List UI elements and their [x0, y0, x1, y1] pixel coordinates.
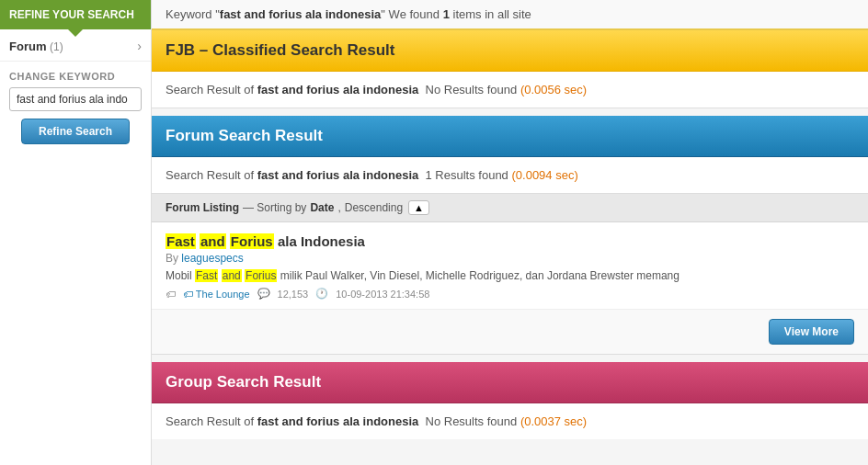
fjb-keyword: fast and forius ala indonesia: [257, 83, 419, 96]
group-result-prefix: Search Result of: [166, 414, 254, 428]
desc-fast: Fast: [195, 269, 218, 282]
time-icon: 🕐: [315, 288, 328, 300]
tag-icon: 🏷: [166, 289, 176, 300]
fjb-time: (0.0056 sec): [520, 83, 587, 96]
forum-keyword: fast and forius ala indonesia: [257, 168, 419, 182]
view-more-button[interactable]: View More: [769, 319, 854, 345]
sidebar-forum-count: (1): [50, 40, 63, 53]
fjb-title: FJB – Classified Search Result: [166, 41, 394, 59]
forum-result-meta: 🏷 The Lounge 💬 12,153 🕐 10-09-2013 21:34…: [166, 288, 854, 300]
forum-result-desc: Mobil Fast and Forius milik Paul Walker,…: [166, 269, 854, 282]
forum-header: Forum Search Result: [152, 116, 868, 157]
sidebar-forum-label: Forum: [9, 40, 46, 53]
forum-sorting-text: — Sorting by: [243, 201, 306, 214]
topbar-keyword-label: Keyword: [166, 7, 212, 21]
sort-toggle-button[interactable]: ▲: [408, 200, 429, 215]
fjb-result-text: No Results found: [426, 83, 518, 96]
top-bar: Keyword "fast and forius ala indonesia" …: [152, 0, 868, 30]
topbar-keyword-value: fast and forius ala indonesia: [220, 7, 382, 21]
title-and: and: [200, 233, 226, 249]
author-link[interactable]: leaguespecs: [181, 252, 243, 265]
forum-listing-bar: Forum Listing — Sorting by Date, Descend…: [152, 194, 868, 222]
group-result-text: No Results found: [426, 414, 518, 428]
forum-datetime: 10-09-2013 21:34:58: [336, 289, 429, 300]
desc-and: and: [222, 269, 242, 282]
forum-comments: 12,153: [278, 289, 309, 300]
desc-mobil: Mobil: [166, 269, 192, 282]
title-fast: Fast: [166, 233, 196, 249]
topbar-result-count: 1: [443, 7, 450, 21]
forum-time: (0.0094 sec): [511, 168, 577, 182]
group-body: Search Result of fast and forius ala ind…: [152, 403, 868, 439]
sidebar: REFINE YOUR SEARCH Forum (1) › CHANGE KE…: [0, 0, 152, 465]
title-indonesia: Indonesia: [301, 233, 365, 249]
forum-section: Forum Search Result Search Result of fas…: [152, 116, 868, 355]
group-header: Group Search Result: [152, 362, 868, 403]
forum-sort-field: Date: [310, 201, 334, 214]
fjb-body: Search Result of fast and forius ala ind…: [152, 72, 868, 108]
group-title: Group Search Result: [166, 373, 321, 391]
fjb-section: FJB – Classified Search Result Search Re…: [152, 30, 868, 108]
forum-listing-label: Forum Listing: [166, 201, 239, 214]
group-time: (0.0037 sec): [520, 414, 587, 428]
sidebar-header: REFINE YOUR SEARCH: [0, 0, 151, 29]
forum-tag-link[interactable]: The Lounge: [183, 289, 250, 300]
forum-result-summary: Search Result of fast and forius ala ind…: [152, 157, 868, 194]
forum-sort-order: Descending: [345, 201, 403, 214]
main-content: Keyword "fast and forius ala indonesia" …: [152, 0, 868, 465]
desc-rest: milik Paul Walker, Vin Diesel, Michelle …: [280, 269, 680, 282]
keyword-input[interactable]: [9, 87, 142, 111]
fjb-header: FJB – Classified Search Result: [152, 30, 868, 72]
forum-result-text: 1 Results found: [426, 168, 508, 182]
title-forius: Forius: [230, 233, 274, 249]
fjb-result-prefix: Search Result of: [166, 83, 254, 96]
forum-sort-comma: ,: [337, 201, 340, 214]
forum-result-prefix: Search Result of: [166, 168, 254, 182]
topbar-result-suffix: items in all site: [453, 7, 531, 21]
forum-result-title: Fast and Forius ala Indonesia: [166, 233, 854, 249]
forum-result-author: By leaguespecs: [166, 252, 854, 265]
refine-search-button[interactable]: Refine Search: [21, 119, 130, 144]
change-keyword-label: CHANGE KEYWORD: [0, 62, 151, 87]
forum-title: Forum Search Result: [166, 127, 323, 144]
sidebar-header-label: REFINE YOUR SEARCH: [9, 8, 134, 21]
comment-icon: 💬: [257, 288, 270, 300]
group-keyword: fast and forius ala indonesia: [257, 414, 419, 428]
sidebar-arrow-icon: ›: [137, 39, 142, 53]
forum-result-item: Fast and Forius ala Indonesia By leagues…: [152, 222, 868, 310]
title-ala: ala: [278, 233, 297, 249]
topbar-result-text: We found: [389, 7, 440, 21]
by-label: By: [166, 252, 178, 265]
view-more-row: View More: [152, 310, 868, 355]
group-section: Group Search Result Search Result of fas…: [152, 362, 868, 439]
desc-forius: Forius: [245, 269, 277, 282]
